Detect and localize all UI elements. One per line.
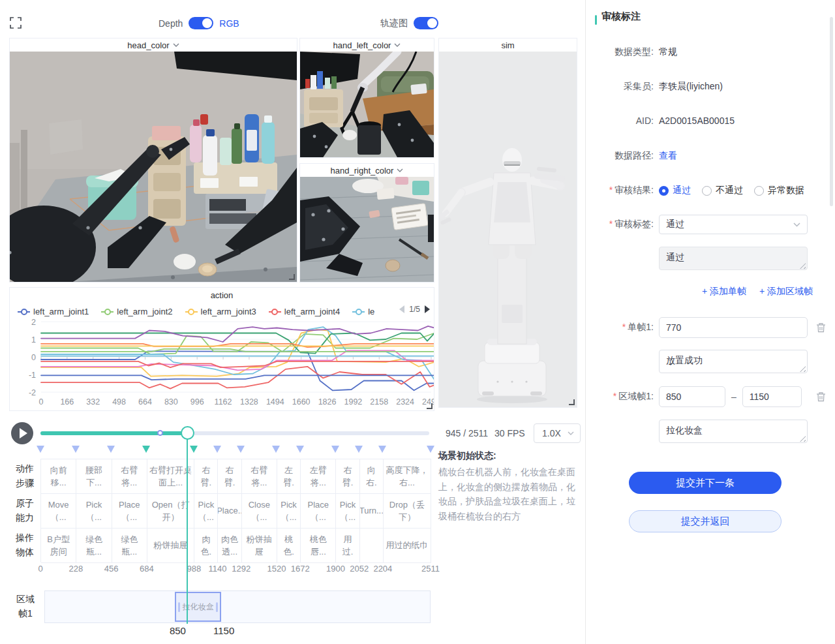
review-result-radio[interactable]: 不通过 — [702, 185, 743, 196]
timeline-cell[interactable]: 右臂. — [336, 459, 359, 494]
sim-panel-title: sim — [439, 38, 577, 52]
timeline-marker[interactable] — [72, 446, 80, 453]
timeline-cell[interactable]: 右臂将... — [242, 459, 277, 494]
review-panel-title: 审核标注 — [601, 10, 641, 23]
fullscreen-icon[interactable] — [9, 16, 22, 29]
timeline-cell[interactable]: Drop（丢下） — [384, 494, 431, 529]
timeline-cell[interactable]: 腰部下... — [76, 459, 112, 494]
legend-line-icon — [185, 308, 198, 315]
timeline-cell[interactable]: 向右. — [360, 459, 384, 494]
submit-return-button[interactable]: 提交并返回 — [629, 510, 782, 532]
single-frame-input[interactable] — [659, 317, 808, 338]
timeline-marker[interactable] — [37, 446, 44, 453]
sim-viewport[interactable] — [439, 52, 577, 407]
play-button[interactable] — [11, 422, 33, 444]
region-left-handle[interactable] — [178, 602, 180, 612]
head-camera-title[interactable]: head_color — [10, 38, 297, 52]
region-frame-zone[interactable]: 拉化妆盒 — [175, 592, 221, 622]
legend-item[interactable]: le — [352, 307, 374, 316]
legend-item[interactable]: left_arm_joint1 — [18, 307, 89, 316]
depth-rgb-toggle[interactable] — [189, 17, 213, 29]
review-result-radio[interactable]: 异常数据 — [754, 185, 804, 196]
timeline-axis-tick: 1520 — [267, 564, 286, 574]
single-frame-dot-marker[interactable] — [157, 430, 163, 436]
timeline-cell[interactable]: 右臂. — [194, 459, 218, 494]
timeline-marker[interactable] — [272, 446, 280, 453]
legend-next-icon[interactable] — [425, 305, 430, 313]
timeline-marker[interactable] — [331, 446, 339, 453]
head-panel-resize-handle[interactable] — [289, 274, 295, 280]
timeline-marker[interactable] — [355, 446, 363, 453]
timeline-marker[interactable] — [142, 446, 150, 453]
sim-panel-resize-handle[interactable] — [569, 399, 575, 405]
timeline-cell[interactable]: B户型房间 — [41, 529, 76, 563]
radio-label: 不通过 — [716, 185, 743, 196]
timeline-cell[interactable]: 绿色瓶... — [76, 529, 112, 563]
timeline-marker[interactable] — [190, 446, 198, 453]
timeline-cell[interactable]: Place（... — [301, 494, 336, 529]
timeline-cell[interactable]: Place（... — [112, 494, 147, 529]
timeline-cell[interactable]: 桃色唇... — [301, 529, 336, 563]
timeline-cell[interactable]: 肉色透... — [218, 529, 241, 563]
timeline-cell[interactable] — [360, 529, 384, 563]
timeline-marker[interactable] — [213, 446, 221, 453]
review-tag-select[interactable]: 通过 — [659, 215, 808, 234]
region-track-bar[interactable] — [44, 590, 431, 623]
timeline-cell[interactable]: 右臂将... — [112, 459, 147, 494]
review-tag-note[interactable]: 通过 — [659, 247, 808, 270]
timeline-cell[interactable]: Pick（... — [277, 494, 301, 529]
timeline-cell[interactable]: Close（... — [242, 494, 277, 529]
timeline-marker[interactable] — [237, 446, 245, 453]
timeline-cell[interactable]: 左臂. — [277, 459, 301, 494]
timeline-cell[interactable]: Pick（... — [76, 494, 112, 529]
timeline-cell[interactable]: Turn... — [360, 494, 384, 529]
timeline-cell[interactable]: 肉色. — [194, 529, 218, 563]
playhead-line — [187, 436, 188, 624]
delete-single-frame-icon[interactable] — [816, 322, 826, 333]
legend-prev-icon[interactable] — [399, 305, 404, 313]
region-right-handle[interactable] — [216, 602, 218, 612]
timeline-cell[interactable]: 用过的纸巾 — [384, 529, 431, 563]
legend-item[interactable]: left_arm_joint2 — [101, 307, 172, 316]
svg-text:1992: 1992 — [344, 397, 362, 406]
add-region-frame-link[interactable]: + 添加区域帧 — [759, 286, 813, 296]
legend-item[interactable]: left_arm_joint3 — [185, 307, 256, 316]
timeline-cell[interactable]: Pick（... — [194, 494, 218, 529]
sim-title-label: sim — [501, 40, 514, 50]
legend-item[interactable]: left_arm_joint4 — [269, 307, 340, 316]
playback-speed-select[interactable]: 1.0X — [534, 423, 581, 443]
hand-right-camera-title[interactable]: hand_right_color — [300, 164, 434, 177]
timeline-cell[interactable]: 绿色瓶... — [112, 529, 147, 563]
delete-region-frame-icon[interactable] — [816, 391, 826, 402]
timeline-cell[interactable]: 粉饼抽屉 — [242, 529, 277, 563]
review-tag-note-row: 通过 — [591, 247, 827, 272]
region-start-input[interactable] — [659, 386, 725, 407]
timeline-cell[interactable]: 左臂将... — [301, 459, 336, 494]
timeline-cell[interactable]: 高度下降，右... — [384, 459, 431, 494]
single-frame-note[interactable]: 放置成功 — [659, 350, 808, 373]
review-result-label: *审核结果: — [591, 185, 659, 196]
timeline-marker[interactable] — [427, 446, 434, 453]
add-single-frame-link[interactable]: + 添加单帧 — [702, 286, 746, 296]
timeline-cell[interactable]: 向前移... — [41, 459, 76, 494]
region-frame-note[interactable]: 拉化妆盒 — [659, 420, 808, 443]
data-path-link[interactable]: 查看 — [659, 150, 677, 162]
review-result-radio[interactable]: 通过 — [659, 185, 691, 196]
timeline-marker[interactable] — [107, 446, 115, 453]
timeline-marker[interactable] — [296, 446, 304, 453]
panel-scrollbar[interactable] — [830, 17, 833, 206]
region-end-input[interactable] — [742, 386, 802, 407]
timeline-cell[interactable]: Move（... — [41, 494, 76, 529]
timeline-cell[interactable]: 右臂. — [218, 459, 241, 494]
timeline-cell[interactable]: Place.. — [218, 494, 241, 529]
timeline-cell[interactable]: 桃色. — [277, 529, 301, 563]
timeline-table-row: B户型房间绿色瓶...绿色瓶...粉饼抽屉肉色.肉色透...粉饼抽屉桃色.桃色唇… — [41, 529, 432, 563]
progress-slider-handle[interactable] — [181, 426, 194, 440]
trajectory-toggle[interactable] — [414, 17, 438, 29]
timeline-cell[interactable]: 用过. — [336, 529, 359, 563]
timeline-cell[interactable]: Pick（... — [336, 494, 359, 529]
hand-left-camera-title[interactable]: hand_left_color — [300, 38, 434, 52]
chart-resize-handle[interactable] — [427, 403, 433, 409]
timeline-marker[interactable] — [378, 446, 386, 453]
submit-next-button[interactable]: 提交并下一条 — [629, 472, 782, 494]
